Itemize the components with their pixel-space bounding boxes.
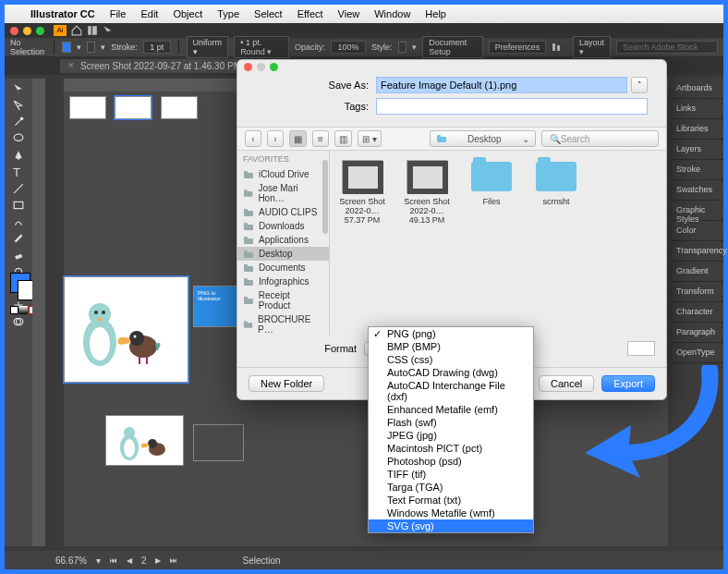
align-icon[interactable]	[552, 42, 562, 53]
fill-swatch[interactable]	[62, 42, 71, 53]
artboard-number[interactable]: 2	[141, 556, 147, 566]
stroke-profile[interactable]: Uniform ▾	[187, 36, 229, 58]
menu-select[interactable]: Select	[247, 8, 290, 19]
dialog-search-input[interactable]: 🔍 Search	[541, 130, 659, 147]
folder-item[interactable]: Files	[465, 160, 518, 206]
doc-setup-button[interactable]: Document Setup	[422, 36, 482, 58]
panel-paragraph[interactable]: Paragraph	[673, 323, 723, 343]
nav-first-icon[interactable]: ⏮	[110, 556, 117, 565]
panel-libraries[interactable]: Libraries	[673, 119, 723, 140]
file-item[interactable]: Screen Shot 2022-0…49.13 PM	[400, 160, 454, 225]
format-menu-item[interactable]: Photoshop (psd)	[369, 455, 533, 468]
nav-last-icon[interactable]: ⏭	[170, 556, 177, 565]
sidebar-item[interactable]: BROCHURE P…	[237, 312, 329, 336]
line-tool-icon[interactable]	[13, 183, 24, 194]
stroke-swatch[interactable]	[87, 42, 96, 53]
format-menu-item[interactable]: CSS (css)	[369, 353, 533, 366]
format-menu-item[interactable]: Windows Metafile (wmf)	[369, 507, 533, 519]
export-button[interactable]: Export	[601, 375, 655, 392]
saveas-input[interactable]	[376, 77, 627, 93]
style-swatch[interactable]	[398, 42, 407, 53]
format-menu-item[interactable]: Flash (swf)	[369, 416, 533, 429]
gradient-mode-icon[interactable]	[19, 306, 28, 314]
pen-tool-icon[interactable]	[13, 150, 24, 161]
format-menu-item[interactable]: Targa (TGA)	[369, 481, 533, 494]
file-item[interactable]: Screen Shot 2022-0…57.37 PM	[335, 160, 389, 225]
direct-select-tool-icon[interactable]	[13, 100, 24, 111]
menu-view[interactable]: View	[331, 8, 368, 19]
panel-artboards[interactable]: Artboards	[673, 79, 723, 99]
type-tool-icon[interactable]: T	[13, 166, 24, 177]
menu-edit[interactable]: Edit	[133, 8, 165, 19]
format-menu-item[interactable]: PNG (png)	[369, 327, 533, 340]
shapebuilder-tool-icon[interactable]	[13, 316, 24, 327]
format-menu-item[interactable]: SVG (svg)	[369, 519, 533, 532]
menu-help[interactable]: Help	[418, 8, 454, 19]
format-menu-item[interactable]: Text Format (txt)	[369, 494, 533, 507]
brush-def[interactable]: • 1 pt. Round ▾	[234, 36, 289, 58]
format-menu-item[interactable]: TIFF (tif)	[369, 468, 533, 481]
brush-tool-icon[interactable]	[13, 216, 24, 227]
sidebar-item[interactable]: Documents	[237, 261, 329, 275]
fullscreen-window-icon[interactable]	[36, 27, 44, 35]
view-gallery-icon[interactable]: ⊞ ▾	[358, 130, 382, 147]
zoom-level[interactable]: 66.67%	[55, 556, 87, 566]
tags-input[interactable]	[376, 98, 648, 115]
panel-color[interactable]: Color	[673, 221, 723, 241]
menu-object[interactable]: Object	[165, 8, 210, 19]
magic-wand-tool-icon[interactable]	[13, 116, 24, 128]
panel-swatches[interactable]: Swatches	[673, 180, 723, 201]
app-name[interactable]: Illustrator CC	[23, 8, 103, 19]
panel-transparency[interactable]: Transparency	[673, 241, 723, 262]
close-window-icon[interactable]	[10, 27, 18, 35]
format-menu-item[interactable]: BMP (BMP)	[369, 340, 533, 353]
layout-button[interactable]: Layout ▾	[573, 36, 611, 58]
view-icons-icon[interactable]: ▦	[289, 130, 307, 147]
sidebar-item[interactable]: Receipt Product	[237, 288, 329, 312]
view-list-icon[interactable]: ≡	[312, 130, 329, 147]
sidebar-item[interactable]: Infographics	[237, 275, 329, 288]
rectangle-tool-icon[interactable]	[13, 200, 24, 211]
new-folder-button[interactable]: New Folder	[249, 375, 324, 392]
file-grid[interactable]: Screen Shot 2022-0…57.37 PMScreen Shot 2…	[330, 151, 666, 336]
pencil-tool-icon[interactable]	[13, 233, 24, 244]
panel-links[interactable]: Links	[673, 99, 723, 119]
view-columns-icon[interactable]: ▥	[334, 130, 352, 147]
format-menu-item[interactable]: AutoCAD Drawing (dwg)	[369, 366, 533, 379]
dialog-close-icon[interactable]	[244, 63, 252, 71]
panel-gradient[interactable]: Gradient	[673, 262, 723, 282]
format-menu-item[interactable]: Macintosh PICT (pct)	[369, 442, 533, 455]
nav-back-icon[interactable]: ‹	[245, 130, 261, 147]
color-mode-icon[interactable]	[10, 306, 18, 314]
format-menu[interactable]: PNG (png)BMP (BMP)CSS (css)AutoCAD Drawi…	[368, 326, 534, 533]
extension-box[interactable]	[627, 341, 655, 356]
folder-item[interactable]: scrnsht	[529, 160, 583, 206]
panel-transform[interactable]: Transform	[673, 282, 723, 302]
eraser-tool-icon[interactable]	[13, 250, 24, 261]
menu-effect[interactable]: Effect	[290, 8, 331, 19]
home-icon[interactable]	[71, 25, 82, 36]
sidebar-item[interactable]: AUDIO CLIPS	[237, 205, 329, 219]
close-tab-icon[interactable]: ✕	[67, 61, 75, 70]
selection-tool-icon[interactable]	[13, 83, 24, 94]
sidebar-item[interactable]: Applications	[237, 233, 329, 247]
format-menu-item[interactable]: JPEG (jpg)	[369, 429, 533, 442]
format-menu-item[interactable]: AutoCAD Interchange File (dxf)	[369, 379, 533, 403]
panel-character[interactable]: Character	[673, 302, 723, 323]
sidebar-scrollbar[interactable]	[322, 160, 328, 234]
stock-search-input[interactable]	[616, 41, 718, 54]
opacity-input[interactable]	[331, 41, 366, 54]
preferences-button[interactable]: Preferences	[489, 41, 547, 54]
sidebar-item[interactable]: iCloud Drive	[237, 167, 329, 181]
menu-window[interactable]: Window	[367, 8, 418, 19]
menu-type[interactable]: Type	[210, 8, 247, 19]
minimize-window-icon[interactable]	[23, 27, 31, 35]
cancel-button[interactable]: Cancel	[539, 375, 594, 392]
arrange-icon[interactable]	[87, 25, 98, 36]
panel-stroke[interactable]: Stroke	[673, 160, 723, 180]
nav-fwd-icon[interactable]: ›	[267, 130, 284, 147]
nav-next-icon[interactable]: ▶	[155, 556, 161, 565]
lasso-tool-icon[interactable]	[13, 133, 24, 144]
location-popup[interactable]: Desktop⌄	[430, 130, 536, 147]
stroke-weight-input[interactable]	[143, 41, 171, 54]
